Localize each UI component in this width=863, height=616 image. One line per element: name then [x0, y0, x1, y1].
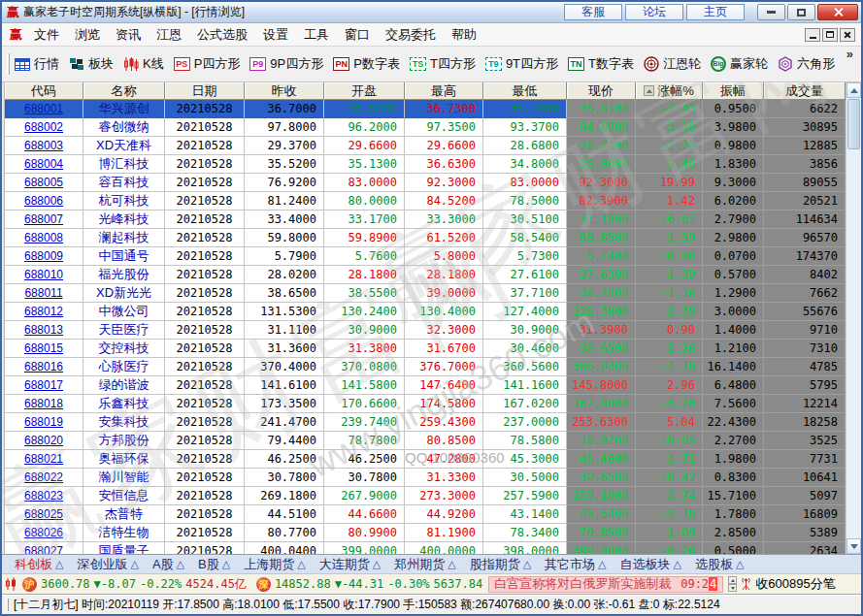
- mdi-minimize-button[interactable]: [805, 28, 820, 42]
- cell-code[interactable]: 688006: [5, 192, 83, 211]
- column-header-10[interactable]: 成交量: [764, 82, 846, 100]
- cell-code[interactable]: 688013: [5, 321, 83, 340]
- toolbar-9t-square-button[interactable]: T9 9T四方形: [485, 55, 558, 73]
- cell-code[interactable]: 688022: [5, 469, 83, 487]
- mdi-close-button[interactable]: [840, 28, 855, 42]
- stock-row[interactable]: 688023安恒信息20210528269.1800267.9000273.30…: [5, 487, 846, 505]
- menu-item-1[interactable]: 浏览: [67, 24, 108, 46]
- tab-market-8[interactable]: 其它市场△: [538, 556, 613, 573]
- spinner-down-button[interactable]: [728, 584, 737, 592]
- customer-service-button[interactable]: 客服: [564, 4, 622, 20]
- forum-button[interactable]: 论坛: [625, 4, 683, 20]
- stock-row[interactable]: 688022瀚川智能2021052830.780030.780031.33003…: [5, 469, 846, 487]
- column-header-2[interactable]: 日期: [165, 82, 245, 100]
- homepage-button[interactable]: 主页: [686, 4, 745, 20]
- column-header-6[interactable]: 最低: [483, 82, 567, 100]
- mdi-restore-button[interactable]: [822, 28, 838, 42]
- toolbar-winner-wheel-button[interactable]: Big 赢家轮: [711, 55, 768, 73]
- column-header-1[interactable]: 名称: [83, 82, 165, 100]
- cell-code[interactable]: 688016: [5, 358, 83, 376]
- cell-code[interactable]: 688003: [5, 137, 83, 155]
- stock-row[interactable]: 688020方邦股份2021052879.440078.780080.85007…: [5, 432, 846, 450]
- cell-code[interactable]: 688012: [5, 303, 83, 321]
- stock-row[interactable]: 688006杭可科技2021052881.240080.000084.52007…: [5, 192, 846, 211]
- close-button[interactable]: [817, 4, 858, 20]
- cell-code[interactable]: 688027: [5, 542, 83, 554]
- tab-market-9[interactable]: 自选板块△: [614, 556, 688, 573]
- stock-row[interactable]: 688025杰普特2021052844.510044.660044.920043…: [5, 505, 846, 524]
- stock-row[interactable]: 688013天臣医疗2021052831.110030.900032.30003…: [5, 321, 846, 340]
- vertical-scrollbar[interactable]: [846, 82, 861, 554]
- column-header-5[interactable]: 最高: [405, 82, 483, 100]
- minimize-button[interactable]: [757, 4, 785, 20]
- tab-market-3[interactable]: B股△: [191, 556, 237, 573]
- cell-code[interactable]: 688018: [5, 395, 83, 413]
- stock-row[interactable]: 688016心脉医疗20210528370.4000370.0800376.70…: [5, 358, 846, 376]
- toolbar-t-number-table-button[interactable]: TN T数字表: [568, 55, 634, 73]
- scrollbar-thumb[interactable]: [847, 99, 860, 149]
- maximize-button[interactable]: [787, 4, 815, 20]
- cell-code[interactable]: 688009: [5, 247, 83, 266]
- cell-code[interactable]: 688008: [5, 229, 83, 247]
- scrollbar-up-button[interactable]: [846, 82, 861, 98]
- stock-row[interactable]: 688005容百科技2021052876.920083.000092.30008…: [5, 174, 846, 192]
- spinner-up-button[interactable]: [728, 576, 737, 584]
- tab-market-0[interactable]: 科创板△: [8, 556, 70, 573]
- menu-item-0[interactable]: 文件: [26, 24, 67, 46]
- tab-market-1[interactable]: 深创业版△: [70, 556, 145, 573]
- menu-item-8[interactable]: 交易委托: [378, 24, 444, 46]
- toolbar-sectors-button[interactable]: 板块: [69, 55, 114, 73]
- stock-row[interactable]: 688012中微公司20210528131.5300130.2400130.40…: [5, 303, 846, 321]
- cell-code[interactable]: 688021: [5, 450, 83, 469]
- cell-code[interactable]: 688007: [5, 211, 83, 229]
- news-ticker[interactable]: 白宫宣称将对白俄罗斯实施制裁 09:24: [488, 576, 723, 593]
- menu-item-4[interactable]: 公式选股: [189, 24, 255, 46]
- tab-market-2[interactable]: A股△: [146, 556, 191, 573]
- tab-market-5[interactable]: 大连期货△: [313, 556, 387, 573]
- stock-row[interactable]: 688003XD天准科2021052829.370029.660029.6600…: [5, 137, 846, 155]
- toolbar-overflow-chevron[interactable]: »: [846, 47, 857, 61]
- menu-item-2[interactable]: 资讯: [108, 24, 149, 46]
- stock-row[interactable]: 688008澜起科技2021052859.800059.890061.52005…: [5, 229, 846, 247]
- stock-row[interactable]: 688015交控科技2021052831.360031.380031.67003…: [5, 340, 846, 358]
- toolbar-t-square-button[interactable]: TS T四方形: [410, 55, 476, 73]
- menu-item-3[interactable]: 江恩: [149, 24, 189, 46]
- stock-row[interactable]: 688009中国通号202105285.79005.76005.80005.73…: [5, 247, 846, 266]
- column-header-4[interactable]: 开盘: [324, 82, 405, 100]
- cell-code[interactable]: 688019: [5, 413, 83, 432]
- stock-row[interactable]: 688027国盾量子20210528400.0400399.0000400.00…: [5, 542, 846, 554]
- column-header-3[interactable]: 昨收: [245, 82, 324, 100]
- cell-code[interactable]: 688015: [5, 340, 83, 358]
- cell-code[interactable]: 688004: [5, 155, 83, 174]
- cell-code[interactable]: 688017: [5, 376, 83, 395]
- tab-market-6[interactable]: 郑州期货△: [387, 556, 462, 573]
- menu-item-6[interactable]: 工具: [296, 24, 337, 46]
- stock-row[interactable]: 688018乐鑫科技20210528173.3500170.6600174.58…: [5, 395, 846, 413]
- stock-row[interactable]: 688026洁特生物2021052880.770080.990081.19007…: [5, 524, 846, 542]
- cell-code[interactable]: 688025: [5, 505, 83, 524]
- toolbar-hexagon-button[interactable]: 六角形: [778, 55, 835, 73]
- stock-row[interactable]: 688019安集科技20210528241.4700239.7400259.43…: [5, 413, 846, 432]
- stock-row[interactable]: 688007光峰科技2021052833.400033.170033.30003…: [5, 211, 846, 229]
- tab-market-7[interactable]: 股指期货△: [463, 556, 538, 573]
- toolbar-quotes-button[interactable]: 行情: [15, 55, 59, 73]
- toolbar-p-number-table-button[interactable]: PN P数字表: [333, 55, 400, 73]
- column-header-0[interactable]: 代码: [5, 82, 83, 100]
- cell-code[interactable]: 688026: [5, 524, 83, 542]
- tab-market-10[interactable]: 选股板△: [688, 556, 750, 573]
- stock-row[interactable]: 688011XD新光光2021052838.650038.550039.0000…: [5, 284, 846, 303]
- menu-item-5[interactable]: 设置: [255, 24, 296, 46]
- scrollbar-down-button[interactable]: [846, 538, 861, 554]
- cell-code[interactable]: 688023: [5, 487, 83, 505]
- cell-code[interactable]: 688001: [5, 100, 83, 118]
- stock-row[interactable]: 688002睿创微纳2021052897.800096.200097.35009…: [5, 118, 846, 137]
- toolbar-p-square-button[interactable]: PS P四方形: [174, 55, 241, 73]
- stock-row[interactable]: 688017绿的谐波20210528141.6100141.5800147.64…: [5, 376, 846, 395]
- cell-code[interactable]: 688011: [5, 284, 83, 303]
- toolbar-gann-wheel-button[interactable]: 江恩轮: [644, 55, 701, 73]
- toolbar-kline-button[interactable]: K线: [123, 55, 164, 73]
- stock-row[interactable]: 688010福光股份2021052828.020028.180028.18002…: [5, 266, 846, 284]
- column-header-7[interactable]: 现价: [567, 82, 636, 100]
- tab-market-4[interactable]: 上海期货△: [237, 556, 312, 573]
- cell-code[interactable]: 688010: [5, 266, 83, 284]
